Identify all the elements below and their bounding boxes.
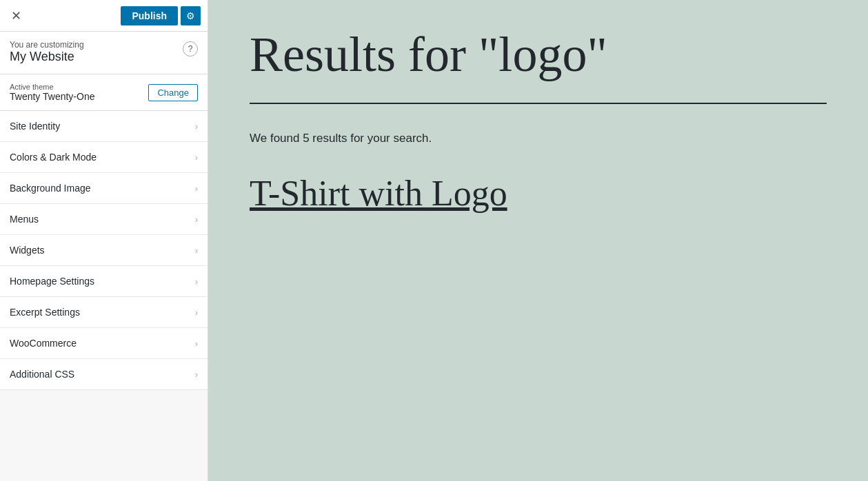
chevron-right-icon: › bbox=[195, 338, 198, 349]
nav-item-label: Background Image bbox=[10, 183, 91, 194]
sidebar: ✕ Publish ⚙ You are customizing My Websi… bbox=[0, 0, 208, 481]
divider bbox=[250, 103, 827, 104]
chevron-right-icon: › bbox=[195, 245, 198, 256]
active-theme-label: Active theme bbox=[10, 83, 94, 91]
nav-items: Site Identity › Colors & Dark Mode › Bac… bbox=[0, 111, 208, 481]
sidebar-header: ✕ Publish ⚙ bbox=[0, 0, 208, 32]
nav-item-background-image[interactable]: Background Image › bbox=[0, 173, 208, 204]
results-count: We found 5 results for your search. bbox=[250, 132, 827, 145]
nav-item-label: Homepage Settings bbox=[10, 276, 94, 287]
close-icon: ✕ bbox=[11, 9, 21, 23]
product-title: T-Shirt with Logo bbox=[250, 173, 827, 214]
chevron-right-icon: › bbox=[195, 214, 198, 225]
theme-section: Active theme Twenty Twenty-One Change bbox=[0, 74, 208, 111]
nav-item-widgets[interactable]: Widgets › bbox=[0, 235, 208, 266]
nav-item-label: Site Identity bbox=[10, 121, 60, 132]
chevron-right-icon: › bbox=[195, 307, 198, 318]
publish-area: Publish ⚙ bbox=[121, 6, 201, 25]
customizing-label: You are customizing bbox=[10, 40, 84, 50]
publish-settings-button[interactable]: ⚙ bbox=[181, 6, 201, 25]
preview-pane: Results for "logo" We found 5 results fo… bbox=[208, 0, 868, 481]
nav-item-site-identity[interactable]: Site Identity › bbox=[0, 111, 208, 142]
nav-item-additional-css[interactable]: Additional CSS › bbox=[0, 359, 208, 390]
chevron-right-icon: › bbox=[195, 152, 198, 163]
results-heading: Results for "logo" bbox=[250, 28, 827, 82]
nav-item-label: Widgets bbox=[10, 245, 45, 256]
close-button[interactable]: ✕ bbox=[7, 7, 26, 25]
chevron-right-icon: › bbox=[195, 276, 198, 287]
publish-button[interactable]: Publish bbox=[121, 6, 178, 25]
customizing-section: You are customizing My Website ? bbox=[0, 32, 208, 74]
nav-item-label: Colors & Dark Mode bbox=[10, 152, 97, 163]
nav-item-homepage-settings[interactable]: Homepage Settings › bbox=[0, 266, 208, 297]
theme-name: Twenty Twenty-One bbox=[10, 91, 94, 102]
nav-item-label: Additional CSS bbox=[10, 369, 74, 380]
nav-item-label: Menus bbox=[10, 214, 39, 225]
nav-item-label: WooCommerce bbox=[10, 338, 77, 349]
nav-item-menus[interactable]: Menus › bbox=[0, 204, 208, 235]
change-theme-button[interactable]: Change bbox=[148, 84, 198, 101]
nav-item-colors-dark-mode[interactable]: Colors & Dark Mode › bbox=[0, 142, 208, 173]
question-icon: ? bbox=[188, 44, 193, 54]
help-button[interactable]: ? bbox=[183, 41, 198, 57]
site-name: My Website bbox=[10, 50, 84, 64]
chevron-right-icon: › bbox=[195, 183, 198, 194]
chevron-right-icon: › bbox=[195, 369, 198, 380]
nav-item-woocommerce[interactable]: WooCommerce › bbox=[0, 328, 208, 359]
nav-item-label: Excerpt Settings bbox=[10, 307, 80, 318]
chevron-right-icon: › bbox=[195, 121, 198, 132]
nav-item-excerpt-settings[interactable]: Excerpt Settings › bbox=[0, 297, 208, 328]
gear-icon: ⚙ bbox=[186, 10, 195, 21]
